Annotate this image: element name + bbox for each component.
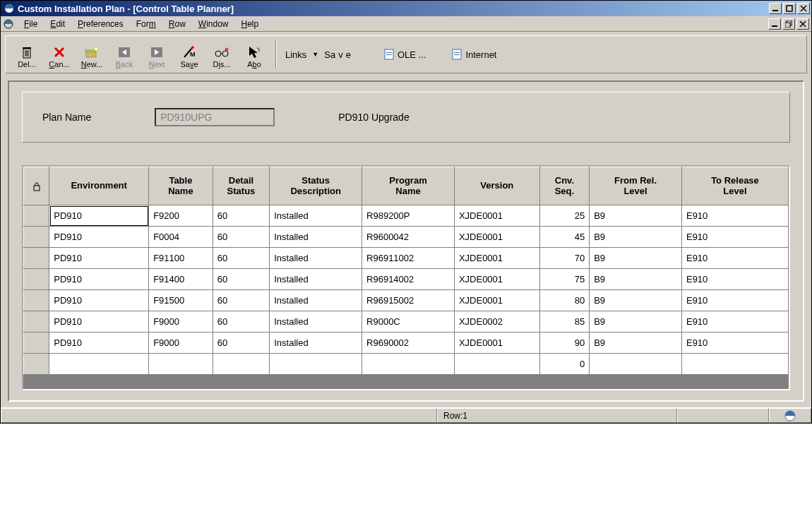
cell-table-name[interactable] [149, 354, 213, 375]
cell-status-description[interactable]: Installed [270, 248, 362, 269]
cell-program-name[interactable]: R96914002 [362, 269, 455, 290]
display-button[interactable]: Dis... [206, 39, 237, 70]
cell-cnv-seq[interactable]: 90 [539, 333, 589, 354]
links-ole[interactable]: OLE ... [383, 49, 426, 60]
new-button[interactable]: New... [76, 39, 107, 70]
table-row[interactable]: PD910F900060InstalledR9000CXJDE000285B9E… [24, 311, 789, 333]
cell-to-release-level[interactable]: E910 [681, 311, 788, 333]
cell-cnv-seq[interactable]: 45 [539, 227, 589, 248]
row-header[interactable] [24, 311, 49, 333]
cell-environment[interactable]: PD910 [49, 248, 149, 269]
cell-to-release-level[interactable]: E910 [681, 248, 788, 269]
cell-to-release-level[interactable]: E910 [681, 227, 788, 248]
mdi-minimize-button[interactable] [768, 18, 781, 30]
cell-environment[interactable]: PD910 [49, 269, 149, 290]
maximize-button[interactable] [783, 3, 796, 14]
cell-table-name[interactable]: F91100 [149, 248, 213, 269]
mdi-restore-button[interactable] [782, 18, 795, 30]
about-button[interactable]: Abo [239, 39, 270, 70]
cell-environment[interactable]: PD910 [49, 290, 149, 311]
row-header[interactable] [24, 290, 49, 311]
cell-table-name[interactable]: F9000 [149, 333, 213, 354]
cell-environment[interactable]: PD910 [49, 333, 149, 354]
cell-cnv-seq[interactable]: 0 [539, 354, 589, 375]
menu-help[interactable]: Help [235, 18, 264, 30]
links-save[interactable]: Save [324, 49, 351, 60]
row-header[interactable] [24, 354, 49, 375]
cell-cnv-seq[interactable]: 85 [539, 311, 589, 333]
cell-from-rel-level[interactable]: B9 [590, 269, 682, 290]
delete-button[interactable]: Del... [11, 39, 42, 70]
cell-from-rel-level[interactable]: B9 [590, 311, 682, 333]
cell-status-description[interactable]: Installed [270, 205, 362, 227]
back-button[interactable]: Back [109, 39, 140, 70]
mdi-close-button[interactable] [796, 18, 809, 30]
next-button[interactable]: Next [141, 39, 172, 70]
row-header[interactable] [24, 333, 49, 354]
cell-environment[interactable] [49, 354, 149, 375]
table-row[interactable]: PD910F9140060InstalledR96914002XJDE00017… [24, 269, 789, 290]
cell-program-name[interactable]: R96915002 [362, 290, 455, 311]
cell-detail-status[interactable]: 60 [213, 311, 270, 333]
cell-from-rel-level[interactable]: B9 [590, 227, 682, 248]
cell-program-name[interactable]: R9690002 [362, 333, 455, 354]
cell-table-name[interactable]: F9200 [149, 205, 213, 227]
menu-window[interactable]: Window [193, 18, 234, 30]
row-header[interactable] [24, 205, 49, 227]
cell-status-description[interactable]: Installed [270, 269, 362, 290]
cell-environment[interactable]: PD910 [49, 205, 149, 227]
cell-status-description[interactable] [270, 354, 362, 375]
row-header[interactable] [24, 269, 49, 290]
cell-from-rel-level[interactable]: B9 [590, 290, 682, 311]
cell-version[interactable] [454, 354, 539, 375]
cell-environment[interactable]: PD910 [49, 227, 149, 248]
cell-from-rel-level[interactable]: B9 [590, 333, 682, 354]
row-header[interactable] [24, 248, 49, 269]
cell-detail-status[interactable]: 60 [213, 290, 270, 311]
col-version[interactable]: Version [454, 167, 539, 205]
cell-version[interactable]: XJDE0001 [454, 290, 539, 311]
cell-status-description[interactable]: Installed [270, 333, 362, 354]
cell-cnv-seq[interactable]: 70 [539, 248, 589, 269]
cell-to-release-level[interactable]: E910 [681, 269, 788, 290]
cell-table-name[interactable]: F91500 [149, 290, 213, 311]
cell-from-rel-level[interactable]: B9 [590, 248, 682, 269]
cell-detail-status[interactable]: 60 [213, 227, 270, 248]
menu-form[interactable]: Form [131, 18, 162, 30]
col-environment[interactable]: Environment [49, 167, 149, 205]
cell-table-name[interactable]: F0004 [149, 227, 213, 248]
row-header[interactable] [24, 227, 49, 248]
col-table-name[interactable]: TableName [149, 167, 213, 205]
col-to-release-level[interactable]: To ReleaseLevel [681, 167, 788, 205]
cell-status-description[interactable]: Installed [270, 311, 362, 333]
cell-detail-status[interactable]: 60 [213, 205, 270, 227]
cell-cnv-seq[interactable]: 25 [539, 205, 589, 227]
cell-program-name[interactable]: R96911002 [362, 248, 455, 269]
cell-to-release-level[interactable] [681, 354, 788, 375]
cell-version[interactable]: XJDE0001 [454, 269, 539, 290]
cell-detail-status[interactable]: 60 [213, 269, 270, 290]
cell-from-rel-level[interactable] [590, 354, 682, 375]
cell-table-name[interactable]: F91400 [149, 269, 213, 290]
table-row[interactable]: PD910F000460InstalledR9600042XJDE000145B… [24, 227, 789, 248]
table-row[interactable]: PD910F900060InstalledR9690002XJDE000190B… [24, 333, 789, 354]
col-from-rel-level[interactable]: From Rel.Level [590, 167, 682, 205]
menu-row[interactable]: Row [163, 18, 191, 30]
cell-from-rel-level[interactable]: B9 [590, 205, 682, 227]
col-program-name[interactable]: ProgramName [362, 167, 455, 205]
cell-detail-status[interactable]: 60 [213, 248, 270, 269]
cell-program-name[interactable]: R9600042 [362, 227, 455, 248]
minimize-button[interactable] [769, 3, 782, 14]
cell-detail-status[interactable] [213, 354, 270, 375]
chevron-down-icon[interactable]: ▼ [312, 51, 318, 58]
cell-version[interactable]: XJDE0002 [454, 311, 539, 333]
plan-name-input[interactable] [155, 108, 275, 126]
save-button[interactable]: M Save [174, 39, 205, 70]
cell-program-name[interactable]: R989200P [362, 205, 455, 227]
table-row[interactable]: PD910F9110060InstalledR96911002XJDE00017… [24, 248, 789, 269]
cell-program-name[interactable] [362, 354, 455, 375]
table-row[interactable]: PD910F920060InstalledR989200PXJDE000125B… [24, 205, 789, 227]
cell-version[interactable]: XJDE0001 [454, 333, 539, 354]
cell-cnv-seq[interactable]: 80 [539, 290, 589, 311]
cell-environment[interactable]: PD910 [49, 311, 149, 333]
